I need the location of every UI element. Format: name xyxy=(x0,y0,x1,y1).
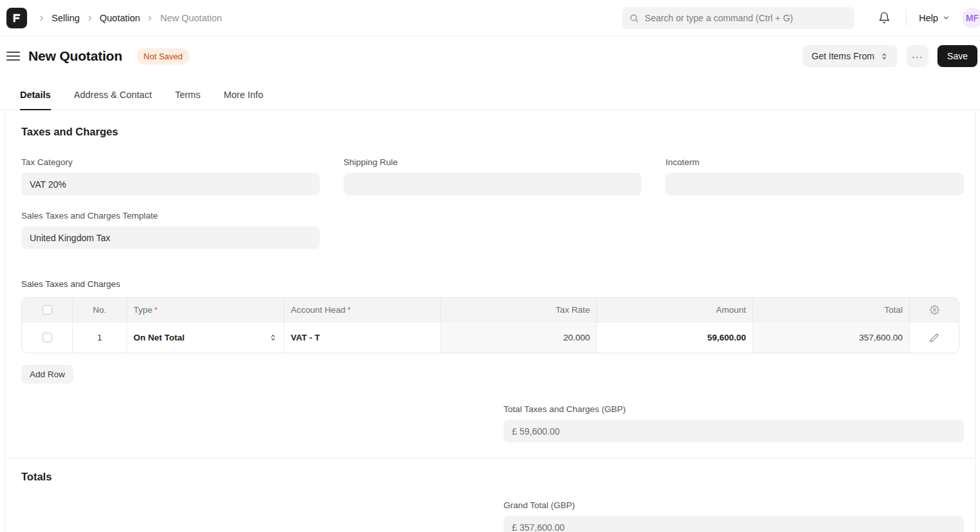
user-avatar[interactable]: MF xyxy=(962,8,980,28)
navbar-right: Help MF xyxy=(622,7,980,29)
more-actions-button[interactable]: ··· xyxy=(906,45,928,67)
row-checkbox[interactable] xyxy=(43,333,52,342)
status-badge: Not Saved xyxy=(137,48,190,64)
type-value: On Net Total xyxy=(133,333,184,342)
grid-header-account-head-label: Account Head xyxy=(291,305,346,315)
total-cell: 357,600.00 xyxy=(753,322,910,353)
get-items-from-label: Get Items From xyxy=(812,51,874,61)
navbar-divider xyxy=(906,10,906,26)
amount-cell[interactable]: 59,600.00 xyxy=(597,322,753,353)
account-head-cell[interactable]: VAT - T xyxy=(284,322,441,353)
required-asterisk: * xyxy=(154,305,157,315)
shipping-rule-input[interactable] xyxy=(344,173,642,195)
taxes-fields-grid: Tax Category Shipping Rule Incoterm Sale… xyxy=(21,157,964,264)
incoterm-input[interactable] xyxy=(665,173,964,195)
chevron-right-icon xyxy=(86,14,94,23)
grid-header-amount: Amount xyxy=(597,298,753,322)
sales-taxes-grid-label: Sales Taxes and Charges xyxy=(21,279,964,289)
grid-header-no: No. xyxy=(73,298,127,322)
gear-icon xyxy=(930,305,939,315)
avatar-initials: MF xyxy=(966,13,979,23)
chevron-right-icon xyxy=(146,14,154,23)
grid-settings-button[interactable] xyxy=(910,298,959,322)
tab-more-info[interactable]: More Info xyxy=(224,90,263,110)
pencil-icon xyxy=(930,333,939,342)
tax-category-input[interactable] xyxy=(21,173,320,195)
grid-header-account-head: Account Head * xyxy=(284,298,441,322)
tax-category-label: Tax Category xyxy=(21,157,320,167)
global-search[interactable] xyxy=(622,7,854,29)
row-edit-button[interactable] xyxy=(910,322,959,353)
field-sales-taxes-template: Sales Taxes and Charges Template xyxy=(21,211,320,249)
header-actions: Get Items From ··· Save xyxy=(803,45,977,67)
field-grand-total: Grand Total (GBP) xyxy=(504,500,964,532)
breadcrumb: Selling Quotation New Quotation xyxy=(37,13,222,23)
chevron-down-icon xyxy=(942,14,950,22)
grid-data-row: 1 On Net Total VAT - T 20.000 59,600.00 … xyxy=(22,322,959,353)
app-logo[interactable] xyxy=(6,8,27,28)
page-header: New Quotation Not Saved Get Items From ·… xyxy=(0,36,980,76)
taxes-and-charges-section: Taxes and Charges Tax Category Shipping … xyxy=(5,110,975,458)
notifications-button[interactable] xyxy=(878,12,890,24)
grid-header-type-label: Type xyxy=(133,305,152,315)
tab-address-contact[interactable]: Address & Contact xyxy=(74,90,152,110)
shipping-rule-label: Shipping Rule xyxy=(344,157,642,167)
select-chevrons-icon xyxy=(880,52,888,61)
total-taxes-label: Total Taxes and Charges (GBP) xyxy=(504,404,964,414)
field-shipping-rule: Shipping Rule xyxy=(344,157,642,195)
search-icon xyxy=(629,13,639,23)
row-number: 1 xyxy=(73,322,127,353)
required-asterisk: * xyxy=(348,305,351,315)
help-menu[interactable]: Help xyxy=(919,13,950,23)
form-body: Taxes and Charges Tax Category Shipping … xyxy=(5,110,975,532)
help-label: Help xyxy=(919,13,938,23)
field-total-taxes: Total Taxes and Charges (GBP) xyxy=(504,404,964,442)
bell-icon xyxy=(878,12,890,24)
sales-taxes-grid: No. Type * Account Head * Tax Rate Amoun… xyxy=(21,297,959,353)
select-chevrons-icon xyxy=(269,333,277,342)
grand-total-label: Grand Total (GBP) xyxy=(504,500,964,510)
save-button[interactable]: Save xyxy=(937,45,977,67)
grand-total-input xyxy=(504,516,964,532)
section-heading-totals: Totals xyxy=(21,471,964,483)
sidebar-toggle-icon[interactable] xyxy=(6,52,20,61)
grid-header-tax-rate: Tax Rate xyxy=(441,298,597,322)
add-row-button[interactable]: Add Row xyxy=(21,365,74,384)
tab-details[interactable]: Details xyxy=(20,90,51,110)
breadcrumb-quotation[interactable]: Quotation xyxy=(100,13,141,23)
erpnext-logo-icon xyxy=(11,12,23,24)
section-heading-taxes: Taxes and Charges xyxy=(21,126,964,138)
sales-taxes-template-label: Sales Taxes and Charges Template xyxy=(21,211,320,221)
incoterm-label: Incoterm xyxy=(665,157,964,167)
tax-rate-cell[interactable]: 20.000 xyxy=(441,322,597,353)
sales-taxes-template-input[interactable] xyxy=(21,226,320,249)
select-all-checkbox[interactable] xyxy=(43,305,52,315)
grid-header-row: No. Type * Account Head * Tax Rate Amoun… xyxy=(22,298,959,322)
grid-header-total: Total xyxy=(753,298,910,322)
form-tabs: Details Address & Contact Terms More Inf… xyxy=(0,76,980,110)
search-input[interactable] xyxy=(645,13,847,23)
field-incoterm: Incoterm xyxy=(665,157,964,195)
breadcrumb-new-quotation: New Quotation xyxy=(160,13,222,23)
page-title: New Quotation xyxy=(28,48,122,64)
top-navbar: Selling Quotation New Quotation Help MF xyxy=(0,0,980,36)
chevron-right-icon xyxy=(37,14,46,23)
type-select-cell[interactable]: On Net Total xyxy=(127,322,284,353)
breadcrumb-selling[interactable]: Selling xyxy=(52,13,80,23)
get-items-from-button[interactable]: Get Items From xyxy=(803,45,897,67)
totals-section: Totals Grand Total (GBP) xyxy=(5,458,975,532)
grid-header-type: Type * xyxy=(127,298,284,322)
total-taxes-input xyxy=(504,420,964,442)
tab-terms[interactable]: Terms xyxy=(175,90,200,110)
field-tax-category: Tax Category xyxy=(21,157,320,195)
